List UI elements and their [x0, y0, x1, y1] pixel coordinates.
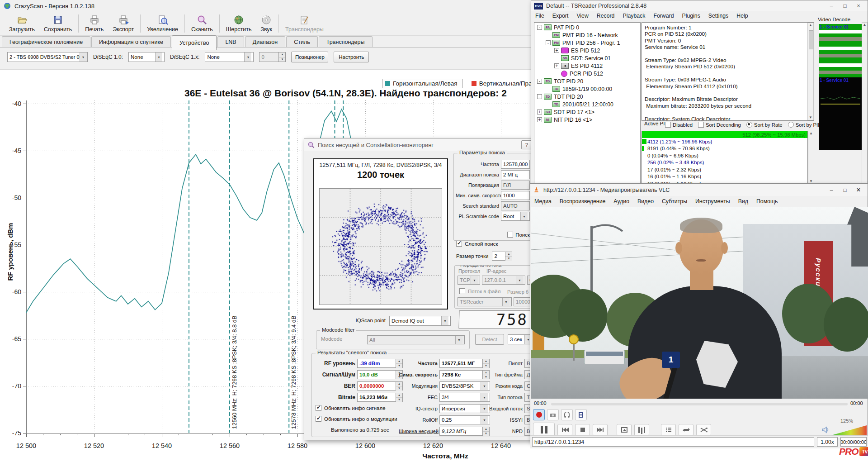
- program-info-panel[interactable]: Program Number: 1PCR on PID 512 (0x0200)…: [642, 22, 814, 121]
- seek-slider[interactable]: [551, 403, 848, 405]
- record-button[interactable]: [533, 409, 545, 420]
- fullscreen-button[interactable]: [617, 424, 632, 436]
- active-pids-list[interactable]: 512 (98.25% ~ 15.98 Mbps) 4112 (1.21% ~ …: [642, 131, 808, 184]
- configure-button[interactable]: Настроить: [334, 52, 369, 62]
- dot-size-input[interactable]: 2: [492, 252, 505, 261]
- frame-by-frame-button[interactable]: [575, 409, 587, 420]
- field-IQ-спектр[interactable]: Инверсия▼: [439, 404, 490, 413]
- expand-icon[interactable]: +: [537, 117, 542, 122]
- search-checkbox[interactable]: [507, 232, 513, 238]
- load-button[interactable]: Загрузить: [5, 12, 39, 35]
- legend-item[interactable]: Горизонтальная/Левая: [382, 79, 462, 88]
- maximize-button[interactable]: □: [839, 186, 851, 194]
- tab-satinfo[interactable]: Информация о спутнике: [91, 36, 171, 47]
- blind-search-checkbox[interactable]: [456, 241, 462, 247]
- field-Мин. симв. скорость[interactable]: 1000: [501, 191, 530, 200]
- pid-row[interactable]: 256 (0.02% ~ 3.48 Kbps): [642, 159, 807, 167]
- tree-item[interactable]: PCR PID 512: [535, 70, 640, 77]
- transponders-button[interactable]: Транспондеры: [281, 12, 328, 35]
- url-field[interactable]: http://127.0.0.1:1234: [532, 437, 814, 447]
- zoom-button[interactable]: Увеличение: [142, 12, 183, 35]
- shershit-button[interactable]: Шерстить: [222, 12, 256, 35]
- pid-row[interactable]: 4112 (1.21% ~ 196.96 Kbps): [642, 138, 807, 145]
- print-button[interactable]: Печать: [80, 12, 108, 35]
- playlist-button[interactable]: [661, 424, 676, 436]
- pid-row[interactable]: 0 (0.04% ~ 6.96 Kbps): [642, 152, 807, 159]
- expand-icon[interactable]: +: [537, 110, 542, 114]
- menu-item-Помощь[interactable]: Помощь: [752, 197, 782, 206]
- stop-button[interactable]: [575, 424, 590, 436]
- minimize-button[interactable]: –: [825, 186, 838, 194]
- volume-slider[interactable]: [831, 425, 867, 435]
- pid-list-scrollbar[interactable]: ▲▼: [808, 131, 814, 184]
- update-signal-info-checkbox[interactable]: [316, 405, 321, 411]
- tab-range[interactable]: Диапазон: [245, 36, 285, 47]
- menu-item-Аудио[interactable]: Аудио: [609, 197, 633, 206]
- tab-transponders[interactable]: Транспондеры: [319, 36, 373, 47]
- tab-style[interactable]: Стиль: [286, 36, 318, 47]
- tree-item[interactable]: +◄ES PID 4112: [535, 62, 640, 70]
- collapse-icon[interactable]: -: [537, 79, 542, 84]
- field-RollOff[interactable]: 0.25▼: [439, 415, 490, 424]
- scan-button[interactable]: Сканить: [187, 12, 217, 35]
- menu-item-Субтитры[interactable]: Субтитры: [658, 197, 691, 206]
- field-PL Scramble code[interactable]: Root▼: [501, 212, 530, 221]
- checkbox-Disabled[interactable]: [665, 122, 671, 128]
- update-modulation-info-checkbox[interactable]: [316, 416, 321, 422]
- diseqc10-select[interactable]: None ▼: [128, 52, 165, 62]
- ab-loop-button[interactable]: [561, 409, 573, 420]
- tree-item[interactable]: +NINIT PID 16 <1>: [535, 116, 640, 124]
- expand-icon[interactable]: +: [554, 48, 559, 53]
- field-RF уровень[interactable]: -39 dBm: [357, 359, 396, 368]
- field-BER[interactable]: 0,0000000: [357, 381, 396, 391]
- tree-item[interactable]: -PMPMT PID 256 - Progr. 1: [535, 39, 640, 47]
- iqscan-select[interactable]: Demod IQ out▼: [389, 316, 451, 326]
- field-Search standard[interactable]: AUTO: [501, 201, 530, 210]
- menu-item-File[interactable]: File: [531, 11, 548, 20]
- maximize-button[interactable]: □: [839, 2, 851, 10]
- speaker-icon[interactable]: [821, 426, 830, 435]
- pid-tree-panel[interactable]: -PAPAT PID 0PMPMT PID 16 - Network-PMPMT…: [534, 22, 641, 183]
- tab-lnb[interactable]: LNB: [217, 36, 244, 47]
- tree-item[interactable]: -TDTDT PID 20: [535, 93, 640, 100]
- menu-item-Help[interactable]: Help: [732, 11, 752, 20]
- tree-item[interactable]: TD2001/05/21 12:00:00: [535, 100, 640, 108]
- radio-Sort by PID[interactable]: [788, 122, 794, 128]
- minimize-button[interactable]: –: [825, 2, 838, 10]
- ip-select[interactable]: 127.0.0.1▼: [482, 276, 525, 285]
- tab-geo[interactable]: Географическое положение: [2, 36, 90, 47]
- stream-target-select[interactable]: TSReader▼: [458, 297, 512, 306]
- radio-Sort by Rate[interactable]: [746, 122, 752, 128]
- pid-option[interactable]: Sort by Rate: [746, 122, 783, 128]
- pid-option[interactable]: Sort by PID: [788, 122, 822, 128]
- close-button[interactable]: ×: [852, 186, 865, 194]
- menu-item-Forward[interactable]: Forward: [649, 11, 678, 20]
- pid-row[interactable]: 8191 (0.44% ~ 70.96 Kbps): [642, 145, 807, 152]
- checkbox-Sort Decending[interactable]: [698, 122, 704, 128]
- field-Диапазон поиска[interactable]: 2 МГц: [501, 170, 530, 179]
- tree-item[interactable]: +ES PID 512: [535, 47, 640, 54]
- tree-item[interactable]: -PAPAT PID 0: [535, 24, 640, 31]
- shuffle-button[interactable]: [696, 424, 711, 436]
- pid-option[interactable]: Sort Decending: [698, 122, 741, 128]
- field-FEC[interactable]: 3/4▼: [439, 393, 490, 402]
- field-Поляризация[interactable]: Г/Л: [501, 181, 530, 190]
- field-Частота[interactable]: 12578,000: [501, 160, 530, 169]
- playback-rate[interactable]: 1.00x: [817, 437, 838, 447]
- close-button[interactable]: ×: [852, 2, 865, 10]
- tab-device[interactable]: Устройство: [172, 35, 217, 50]
- field-Частота[interactable]: 12577,511 МГ: [439, 359, 483, 368]
- previous-button[interactable]: [557, 424, 572, 436]
- save-button[interactable]: Сохранить: [39, 12, 76, 35]
- tree-item[interactable]: -TDTOT PID 20: [535, 77, 640, 85]
- tuner-select[interactable]: 2 - TBS 6908 DVBS/S2 Tuner 0 ▼: [7, 52, 88, 62]
- tree-item[interactable]: TD1859/-1/19 00:00:00: [535, 85, 640, 93]
- field-Модуляция[interactable]: DVBS2/8PSK▼: [439, 381, 490, 391]
- stepper[interactable]: ▲▼: [483, 427, 490, 436]
- protocol-select[interactable]: TCP▼: [458, 276, 480, 285]
- menu-item-Видео[interactable]: Видео: [633, 197, 658, 206]
- menu-item-Plugins[interactable]: Plugins: [678, 11, 704, 20]
- expand-icon[interactable]: +: [554, 63, 559, 68]
- decode-scrollbar[interactable]: ▲: [862, 22, 868, 183]
- stepper[interactable]: ▲▼: [483, 370, 490, 379]
